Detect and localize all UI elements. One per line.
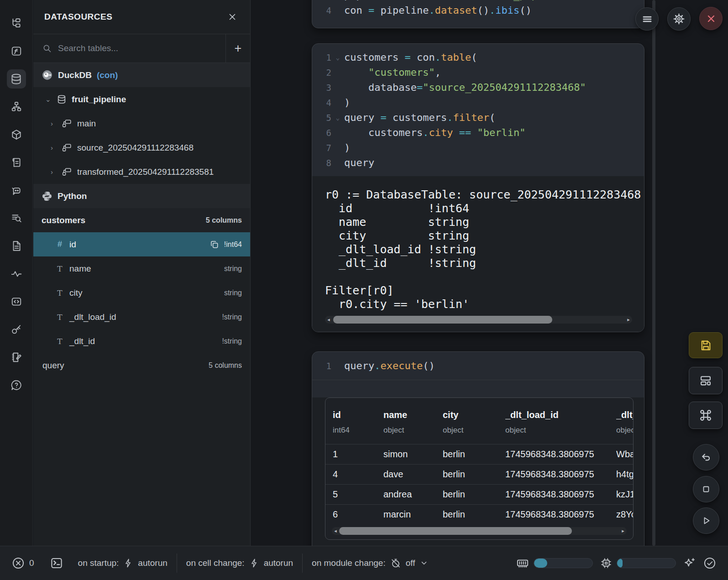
error-circle-icon bbox=[12, 557, 25, 570]
command-palette-button[interactable] bbox=[689, 402, 723, 429]
search-box[interactable] bbox=[33, 34, 225, 63]
scroll-left-icon[interactable]: ◂ bbox=[332, 527, 339, 535]
close-icon[interactable] bbox=[225, 10, 239, 24]
column-row-dlt-id[interactable]: T _dlt_id !string bbox=[33, 329, 250, 353]
scroll-left-icon[interactable]: ◂ bbox=[325, 316, 332, 324]
run-button[interactable] bbox=[693, 507, 719, 534]
column-header[interactable]: _dlt_load_id bbox=[505, 410, 616, 420]
log-search-icon[interactable] bbox=[7, 209, 26, 228]
menu-button[interactable] bbox=[635, 7, 659, 31]
layout-icon bbox=[699, 374, 712, 387]
search-row: + bbox=[33, 34, 250, 63]
column-row-name[interactable]: T name string bbox=[33, 256, 250, 281]
code-line: 5⌄query = customers.filter( bbox=[312, 110, 644, 125]
code-cell-execute: 1query.execute() idint64 nameobject city… bbox=[312, 351, 644, 580]
scroll-right-icon[interactable]: ▸ bbox=[625, 316, 632, 324]
code-cell-setup: 3pipeline = dlt.attach("fruit_pipeline")… bbox=[312, 0, 644, 28]
code-line: 7) bbox=[312, 140, 644, 155]
on-module-change-toggle[interactable]: on module change: off bbox=[312, 558, 428, 569]
code-editor[interactable]: 3pipeline = dlt.attach("fruit_pipeline")… bbox=[312, 0, 644, 22]
setting-label: on module change: bbox=[312, 558, 386, 568]
chevron-right-icon: › bbox=[51, 168, 57, 176]
database-icon[interactable] bbox=[7, 69, 26, 89]
code-block-icon[interactable] bbox=[7, 292, 26, 311]
horizontal-scrollbar[interactable]: ◂ ▸ bbox=[332, 527, 627, 535]
table-row-customers[interactable]: customers 5 columns bbox=[33, 208, 250, 232]
engine-label: Python bbox=[58, 191, 87, 201]
bot-icon[interactable] bbox=[7, 181, 26, 200]
tree-item-schema-transformed[interactable]: › transformed_202504291112283581 bbox=[33, 160, 250, 184]
tree-item-fruit-pipeline[interactable]: ⌄ fruit_pipeline bbox=[33, 87, 250, 111]
setting-value: off bbox=[406, 558, 415, 568]
scrollbar-thumb[interactable] bbox=[333, 316, 552, 324]
column-row-id[interactable]: # id !int64 bbox=[33, 232, 250, 256]
column-row-dlt-load-id[interactable]: T _dlt_load_id !string bbox=[33, 305, 250, 329]
add-table-button[interactable]: + bbox=[225, 34, 250, 63]
tree-item-schema-main[interactable]: › main bbox=[33, 111, 250, 136]
connection-row-duckdb[interactable]: DuckDB (con) bbox=[33, 63, 250, 87]
column-type: !string bbox=[222, 337, 242, 345]
column-type: !int64 bbox=[224, 240, 242, 249]
code-editor[interactable]: 1⌄customers = con.table(2 "customers",3 … bbox=[312, 44, 644, 176]
chevron-right-icon: › bbox=[51, 120, 57, 127]
check-circle-icon[interactable] bbox=[703, 557, 716, 570]
error-indicator[interactable]: 0 bbox=[12, 557, 34, 570]
column-name: name bbox=[69, 264, 91, 274]
tree-item-schema-source[interactable]: › source_202504291112283468 bbox=[33, 136, 250, 160]
shutdown-button[interactable] bbox=[699, 7, 723, 30]
column-header[interactable]: id bbox=[333, 410, 383, 420]
undo-button[interactable] bbox=[693, 444, 719, 470]
undo-icon bbox=[700, 451, 712, 464]
table-meta: 5 columns bbox=[206, 216, 242, 225]
cpu-icon bbox=[600, 557, 612, 569]
document-icon[interactable] bbox=[7, 236, 26, 256]
layout-button[interactable] bbox=[689, 367, 723, 394]
on-cell-change-toggle[interactable]: on cell change: autorun bbox=[186, 558, 293, 568]
table-meta: 5 columns bbox=[209, 361, 242, 370]
script-icon[interactable] bbox=[7, 153, 26, 172]
table-row: 4daveberlin1745968348.3806975h4tgXE bbox=[325, 464, 633, 484]
code-line: 1⌄customers = con.table( bbox=[312, 50, 644, 65]
scratchpad-icon[interactable] bbox=[7, 348, 26, 367]
column-header[interactable]: _dlt_id bbox=[616, 410, 634, 420]
column-header[interactable]: name bbox=[383, 410, 443, 420]
code-line: 6 customers.city == "berlin" bbox=[312, 125, 644, 140]
search-input[interactable] bbox=[58, 43, 216, 53]
tree-item-label: fruit_pipeline bbox=[72, 94, 126, 105]
column-dtype: object bbox=[505, 426, 616, 435]
column-header[interactable]: city bbox=[443, 410, 505, 420]
save-button[interactable] bbox=[689, 332, 723, 358]
terminal-icon bbox=[50, 556, 63, 570]
table-row-query[interactable]: query 5 columns bbox=[33, 353, 250, 377]
notebook-scrollbar[interactable] bbox=[652, 0, 655, 546]
connection-name: DuckDB bbox=[58, 70, 92, 80]
org-chart-icon[interactable] bbox=[7, 97, 26, 116]
cell-output: r0 := DatabaseTable: source_202504291112… bbox=[312, 176, 644, 332]
package-icon[interactable] bbox=[7, 125, 26, 144]
column-type: string bbox=[224, 265, 242, 273]
tree-structure-icon[interactable] bbox=[7, 14, 26, 33]
schema-icon bbox=[62, 143, 72, 153]
activity-icon[interactable] bbox=[7, 264, 26, 283]
scrollbar-thumb[interactable] bbox=[339, 527, 572, 535]
help-icon[interactable] bbox=[7, 376, 26, 395]
sparkles-icon[interactable] bbox=[683, 557, 696, 570]
horizontal-scrollbar[interactable]: ◂ ▸ bbox=[325, 316, 632, 324]
panel-title: DATASOURCES bbox=[44, 12, 225, 22]
function-icon[interactable] bbox=[7, 42, 26, 61]
on-startup-toggle[interactable]: on startup: autorun bbox=[78, 558, 168, 568]
copy-icon[interactable] bbox=[210, 240, 219, 249]
stop-button[interactable] bbox=[693, 476, 719, 502]
command-icon bbox=[699, 408, 712, 422]
setting-value: autorun bbox=[138, 558, 167, 568]
cpu-meter bbox=[617, 558, 676, 568]
key-icon[interactable] bbox=[7, 320, 26, 339]
ram-usage bbox=[516, 557, 593, 570]
terminal-button[interactable] bbox=[50, 556, 63, 570]
code-editor[interactable]: 1query.execute() bbox=[312, 352, 644, 380]
column-row-city[interactable]: T city string bbox=[33, 281, 250, 305]
settings-button[interactable] bbox=[667, 7, 691, 31]
scroll-right-icon[interactable]: ▸ bbox=[619, 527, 627, 535]
setting-value: autorun bbox=[264, 558, 293, 568]
engine-row-python[interactable]: Python bbox=[33, 184, 250, 208]
